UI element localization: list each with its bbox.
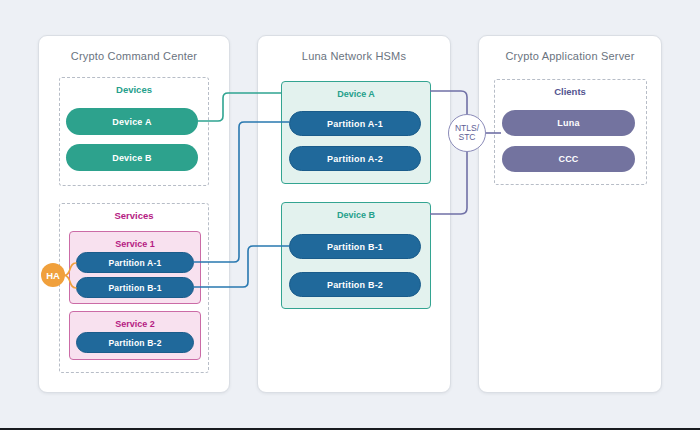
- hsm-device-b-label: Device B: [282, 210, 430, 220]
- service1-partition-a1-pill: Partition A-1: [76, 252, 194, 273]
- device-b-pill: Device B: [66, 144, 198, 171]
- panel-crypto-application-server: Crypto Application Server Clients Luna C…: [478, 35, 662, 393]
- service-1-label: Service 1: [70, 239, 200, 249]
- panel-title: Crypto Application Server: [479, 50, 661, 62]
- panel-luna-network-hsms: Luna Network HSMs Device A Partition A-1…: [257, 35, 451, 393]
- client-luna-pill: Luna: [502, 110, 635, 136]
- service2-partition-b2-pill: Partition B-2: [76, 332, 194, 353]
- device-a-pill: Device A: [66, 108, 198, 135]
- ntls-stc-badge: NTLS/ STC: [448, 114, 486, 152]
- hsm-partition-a1-pill: Partition A-1: [289, 111, 421, 136]
- service-2-label: Service 2: [70, 319, 200, 329]
- diagram-canvas: Crypto Command Center Devices Device A D…: [0, 0, 700, 430]
- devices-label: Devices: [39, 84, 229, 95]
- panel-crypto-command-center: Crypto Command Center Devices Device A D…: [38, 35, 230, 393]
- panel-title: Luna Network HSMs: [258, 50, 450, 62]
- services-label: Services: [39, 210, 229, 221]
- hsm-partition-a2-pill: Partition A-2: [289, 146, 421, 171]
- clients-label: Clients: [479, 86, 661, 97]
- hsm-partition-b1-pill: Partition B-1: [289, 234, 421, 259]
- panel-title: Crypto Command Center: [39, 50, 229, 62]
- hsm-partition-b2-pill: Partition B-2: [289, 272, 421, 297]
- service1-partition-b1-pill: Partition B-1: [76, 277, 194, 298]
- hsm-device-a-label: Device A: [282, 89, 430, 99]
- client-ccc-pill: CCC: [502, 146, 635, 172]
- ha-badge: HA: [41, 263, 65, 287]
- ntls-label-line2: STC: [459, 133, 476, 143]
